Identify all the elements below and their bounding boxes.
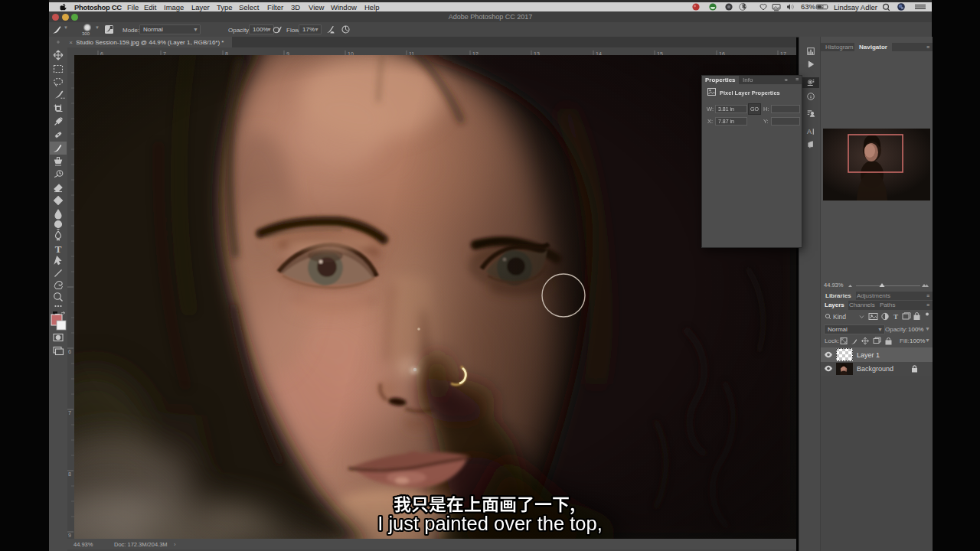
svg-text:I just painted over the top,: I just painted over the top, — [377, 513, 602, 534]
svg-text:Lindsay Adler: Lindsay Adler — [834, 3, 877, 11]
svg-text:A: A — [807, 128, 812, 135]
svg-text:Kind: Kind — [833, 313, 846, 321]
svg-text:T: T — [893, 313, 898, 321]
svg-text:6: 6 — [68, 349, 71, 354]
svg-text:7: 7 — [68, 410, 71, 416]
svg-text:8: 8 — [68, 471, 71, 477]
svg-text:63%: 63% — [801, 2, 816, 11]
svg-text:T: T — [55, 243, 62, 255]
